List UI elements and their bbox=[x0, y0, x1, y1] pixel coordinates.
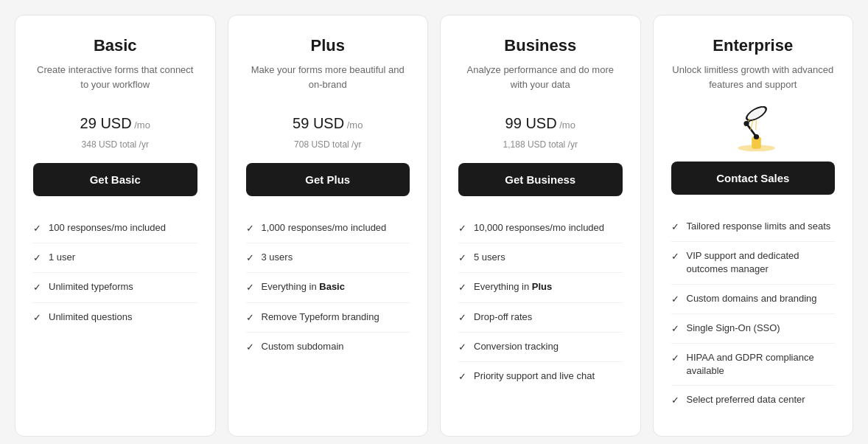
plan-button-plus[interactable]: Get Plus bbox=[246, 163, 410, 196]
feature-text: 1,000 responses/mo included bbox=[262, 221, 387, 235]
feature-text: Drop-off rates bbox=[474, 311, 532, 324]
feature-item: ✓1 user bbox=[33, 243, 197, 273]
period-plus: /mo bbox=[344, 119, 363, 131]
check-icon: ✓ bbox=[246, 281, 254, 294]
feature-item: ✓Single Sign-On (SSO) bbox=[671, 314, 836, 344]
plan-name-plus: Plus bbox=[246, 36, 410, 55]
plan-price-area-basic: 29 USD /mo bbox=[33, 104, 197, 135]
check-icon: ✓ bbox=[671, 250, 679, 263]
plan-desc-business: Analyze performance and do more with you… bbox=[458, 63, 623, 92]
feature-text: Remove Typeform branding bbox=[262, 311, 379, 324]
feature-item: ✓HIPAA and GDPR compliance available bbox=[671, 344, 836, 386]
currency-plus: 59 USD bbox=[293, 115, 344, 131]
plan-price-business: 99 USD /mo bbox=[505, 104, 575, 134]
feature-text: Custom subdomain bbox=[262, 340, 344, 353]
feature-text: Unlimited typeforms bbox=[49, 280, 133, 294]
enterprise-lamp-icon bbox=[720, 106, 786, 154]
plan-price-plus: 59 USD /mo bbox=[293, 104, 363, 134]
feature-item: ✓Conversion tracking bbox=[458, 333, 623, 362]
check-icon: ✓ bbox=[671, 394, 679, 407]
feature-item: ✓Everything in Basic bbox=[246, 273, 410, 302]
feature-text: Priority support and live chat bbox=[474, 370, 595, 383]
feature-item: ✓Remove Typeform branding bbox=[246, 303, 410, 333]
feature-item: ✓Custom subdomain bbox=[246, 333, 410, 361]
svg-line-8 bbox=[755, 119, 756, 130]
plan-card-enterprise: EnterpriseUnlock limitless growth with a… bbox=[653, 15, 854, 437]
plan-total-basic: 348 USD total /yr bbox=[33, 139, 197, 150]
check-icon: ✓ bbox=[671, 221, 679, 234]
feature-item: ✓100 responses/mo included bbox=[33, 214, 197, 243]
feature-text: Select preferred data center bbox=[687, 393, 805, 406]
check-icon: ✓ bbox=[246, 222, 254, 235]
currency-basic: 29 USD bbox=[80, 115, 132, 131]
plan-price-area-business: 99 USD /mo bbox=[458, 104, 623, 135]
check-icon: ✓ bbox=[33, 281, 41, 294]
check-icon: ✓ bbox=[246, 311, 254, 325]
feature-item: ✓1,000 responses/mo included bbox=[246, 214, 410, 243]
plan-name-enterprise: Enterprise bbox=[671, 36, 836, 55]
pricing-container: BasicCreate interactive forms that conne… bbox=[15, 15, 853, 437]
check-icon: ✓ bbox=[246, 252, 254, 265]
feature-item: ✓Unlimited questions bbox=[33, 303, 197, 332]
feature-text: VIP support and dedicated outcomes manag… bbox=[687, 249, 836, 276]
feature-item: ✓10,000 responses/mo included bbox=[458, 214, 623, 243]
feature-item: ✓Unlimited typeforms bbox=[33, 273, 197, 302]
feature-text: 100 responses/mo included bbox=[49, 221, 166, 235]
period-business: /mo bbox=[557, 119, 575, 131]
plan-desc-plus: Make your forms more beautiful and on-br… bbox=[246, 63, 410, 92]
plan-desc-enterprise: Unlock limitless growth with advanced fe… bbox=[671, 63, 836, 92]
check-icon: ✓ bbox=[458, 311, 466, 325]
check-icon: ✓ bbox=[458, 281, 466, 294]
svg-point-9 bbox=[743, 120, 749, 125]
plan-total-business: 1,188 USD total /yr bbox=[458, 139, 623, 150]
enterprise-illustration bbox=[671, 104, 836, 156]
feature-item: ✓Everything in Plus bbox=[458, 273, 623, 302]
check-icon: ✓ bbox=[33, 222, 41, 235]
plan-name-business: Business bbox=[458, 36, 623, 55]
feature-text: Conversion tracking bbox=[474, 340, 559, 353]
period-basic: /mo bbox=[132, 119, 150, 131]
feature-text: 10,000 responses/mo included bbox=[474, 221, 604, 235]
plan-card-basic: BasicCreate interactive forms that conne… bbox=[15, 15, 216, 437]
feature-text: 5 users bbox=[474, 251, 505, 264]
feature-text: Everything in Basic bbox=[262, 280, 345, 294]
plan-button-enterprise[interactable]: Contact Sales bbox=[671, 162, 836, 195]
feature-text: Tailored response limits and seats bbox=[687, 220, 831, 233]
feature-item: ✓Tailored response limits and seats bbox=[671, 212, 836, 242]
feature-item: ✓5 users bbox=[458, 243, 623, 273]
feature-item: ✓3 users bbox=[246, 243, 410, 273]
check-icon: ✓ bbox=[671, 352, 679, 365]
feature-text: HIPAA and GDPR compliance available bbox=[687, 351, 836, 378]
plan-card-plus: PlusMake your forms more beautiful and o… bbox=[228, 15, 429, 437]
check-icon: ✓ bbox=[458, 252, 466, 265]
feature-text: 1 user bbox=[49, 251, 75, 264]
feature-item: ✓Select preferred data center bbox=[671, 386, 836, 414]
feature-item: ✓Drop-off rates bbox=[458, 303, 623, 333]
feature-item: ✓VIP support and dedicated outcomes mana… bbox=[671, 242, 836, 284]
feature-text: Unlimited questions bbox=[49, 311, 132, 324]
feature-text: Single Sign-On (SSO) bbox=[687, 322, 780, 335]
feature-text: Custom domains and branding bbox=[687, 292, 817, 305]
currency-business: 99 USD bbox=[505, 115, 557, 131]
feature-list-plus: ✓1,000 responses/mo included✓3 users✓Eve… bbox=[246, 214, 410, 361]
plan-total-plus: 708 USD total /yr bbox=[246, 139, 410, 150]
feature-item: ✓Custom domains and branding bbox=[671, 285, 836, 314]
svg-line-7 bbox=[750, 120, 753, 131]
feature-list-basic: ✓100 responses/mo included✓1 user✓Unlimi… bbox=[33, 214, 197, 332]
check-icon: ✓ bbox=[458, 341, 466, 354]
check-icon: ✓ bbox=[671, 293, 679, 306]
check-icon: ✓ bbox=[246, 341, 254, 354]
feature-text: 3 users bbox=[262, 251, 293, 264]
check-icon: ✓ bbox=[33, 252, 41, 265]
svg-point-10 bbox=[754, 133, 759, 139]
plan-button-basic[interactable]: Get Basic bbox=[33, 163, 197, 196]
plan-price-area-plus: 59 USD /mo bbox=[246, 104, 410, 135]
feature-list-business: ✓10,000 responses/mo included✓5 users✓Ev… bbox=[458, 214, 623, 391]
feature-list-enterprise: ✓Tailored response limits and seats✓VIP … bbox=[671, 212, 836, 415]
check-icon: ✓ bbox=[458, 222, 466, 235]
plan-desc-basic: Create interactive forms that connect to… bbox=[33, 63, 197, 92]
feature-item: ✓Priority support and live chat bbox=[458, 362, 623, 391]
plan-card-business: BusinessAnalyze performance and do more … bbox=[440, 15, 641, 437]
check-icon: ✓ bbox=[33, 311, 41, 325]
plan-button-business[interactable]: Get Business bbox=[458, 163, 623, 196]
